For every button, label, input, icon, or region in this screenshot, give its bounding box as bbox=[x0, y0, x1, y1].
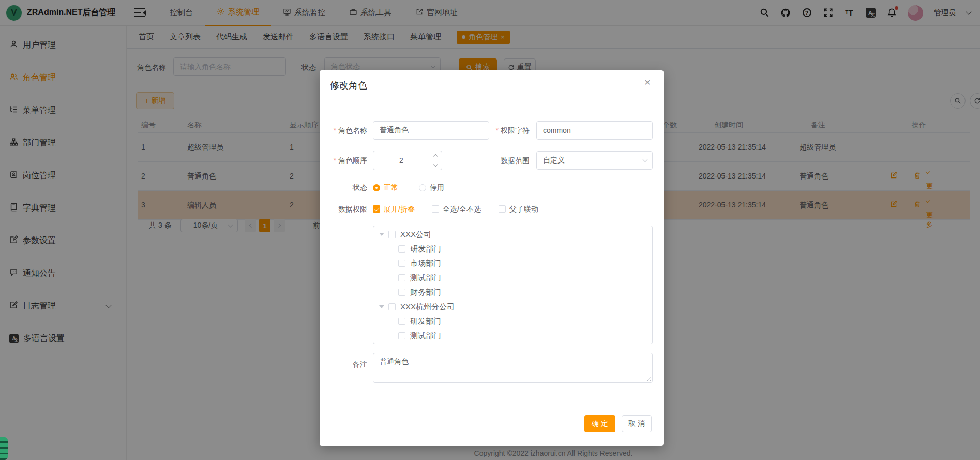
tree-checkbox[interactable] bbox=[398, 332, 405, 339]
tree-node-dept[interactable]: 研发部门 bbox=[373, 314, 652, 329]
tree-node-label: 测试部门 bbox=[410, 273, 441, 283]
close-dialog-icon[interactable]: × bbox=[644, 77, 651, 88]
data-perm-label: 数据权限 bbox=[320, 205, 367, 214]
tree-checkbox[interactable] bbox=[398, 289, 405, 296]
status-label: 状态 bbox=[320, 183, 367, 192]
status-disabled-label[interactable]: 停用 bbox=[430, 183, 444, 192]
stepper-down-button[interactable] bbox=[429, 160, 442, 170]
status-normal-radio[interactable] bbox=[373, 184, 380, 191]
department-tree: XXX公司 研发部门 市场部门 测试部门 财务部门 XXX杭州分公司 研发部门 bbox=[373, 226, 653, 344]
data-scope-select[interactable]: 自定义 bbox=[536, 151, 653, 170]
role-name-input[interactable] bbox=[373, 121, 489, 140]
data-scope-value: 自定义 bbox=[543, 156, 565, 165]
tree-node-label: 市场部门 bbox=[410, 259, 441, 269]
remark-label: 备注 bbox=[320, 360, 367, 369]
tree-node-dept[interactable]: 测试部门 bbox=[373, 329, 652, 343]
role-sort-label: 角色顺序 bbox=[320, 156, 367, 166]
select-all-checkbox[interactable] bbox=[432, 205, 439, 213]
role-key-input[interactable] bbox=[536, 121, 653, 140]
status-disabled-radio[interactable] bbox=[419, 184, 426, 191]
parent-child-link-label[interactable]: 父子联动 bbox=[509, 205, 538, 214]
role-name-label: 角色名称 bbox=[320, 126, 367, 136]
tree-checkbox[interactable] bbox=[398, 245, 405, 253]
chevron-down-icon bbox=[643, 157, 648, 162]
select-all-label[interactable]: 全选/全不选 bbox=[443, 205, 481, 214]
stepper-up-button[interactable] bbox=[429, 151, 442, 160]
dialog-title: 修改角色 bbox=[330, 79, 367, 92]
parent-child-link-checkbox[interactable] bbox=[499, 205, 506, 213]
tree-checkbox[interactable] bbox=[388, 231, 396, 238]
tree-node-company[interactable]: XXX公司 bbox=[373, 227, 652, 242]
tree-node-dept[interactable]: 研发部门 bbox=[373, 242, 652, 256]
confirm-button[interactable]: 确定 bbox=[584, 415, 615, 432]
tree-node-label: 财务部门 bbox=[410, 288, 441, 298]
tree-caret-icon[interactable] bbox=[379, 305, 384, 308]
tree-node-label: XXX杭州分公司 bbox=[400, 302, 455, 312]
tree-node-branch-company[interactable]: XXX杭州分公司 bbox=[373, 300, 652, 314]
tree-node-dept[interactable]: 市场部门 bbox=[373, 256, 652, 271]
expand-collapse-label[interactable]: 展开/折叠 bbox=[384, 205, 415, 214]
tree-checkbox[interactable] bbox=[398, 260, 405, 267]
role-sort-stepper bbox=[373, 151, 442, 170]
tree-checkbox[interactable] bbox=[398, 318, 405, 325]
tree-caret-icon[interactable] bbox=[379, 233, 384, 236]
tree-node-dept[interactable]: 财务部门 bbox=[373, 285, 652, 300]
floating-chat-widget[interactable] bbox=[0, 437, 8, 460]
data-scope-label: 数据范围 bbox=[475, 156, 530, 166]
role-key-label: 权限字符 bbox=[475, 126, 530, 136]
tree-node-label: 研发部门 bbox=[410, 317, 441, 327]
tree-node-dept[interactable]: 测试部门 bbox=[373, 271, 652, 285]
cancel-button[interactable]: 取消 bbox=[622, 415, 652, 432]
tree-node-label: XXX公司 bbox=[400, 230, 431, 240]
tree-node-label: 测试部门 bbox=[410, 331, 441, 341]
edit-role-dialog: 修改角色 × 角色名称 权限字符 角色顺序 数据范围 自定义 状态 正常 停用 … bbox=[320, 70, 664, 446]
expand-collapse-checkbox[interactable] bbox=[373, 205, 380, 213]
status-normal-label[interactable]: 正常 bbox=[384, 183, 398, 192]
tree-node-label: 研发部门 bbox=[410, 244, 441, 254]
remark-textarea[interactable]: 普通角色 bbox=[373, 353, 653, 383]
role-sort-input[interactable] bbox=[373, 151, 429, 170]
tree-checkbox[interactable] bbox=[388, 303, 396, 310]
tree-checkbox[interactable] bbox=[398, 274, 405, 281]
